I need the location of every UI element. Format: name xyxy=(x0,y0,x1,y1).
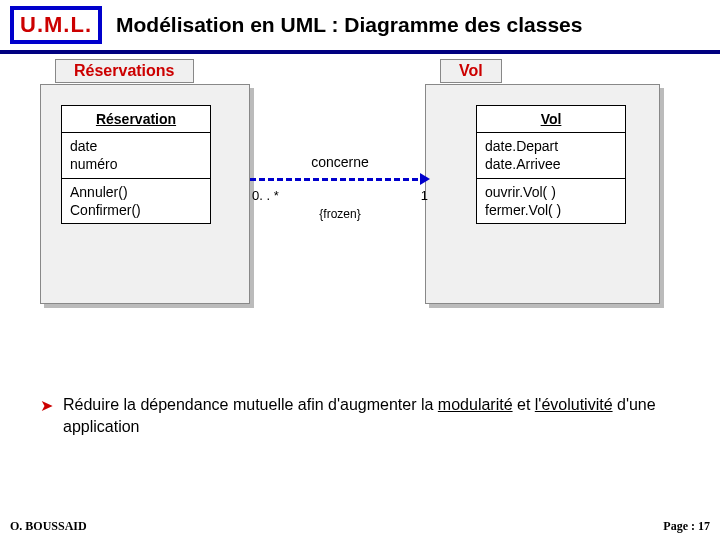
association-label: concerne xyxy=(250,154,430,170)
attr-date-depart: date.Depart xyxy=(485,137,617,155)
footer: O. BOUSSAID Page : 17 xyxy=(10,519,710,534)
package-vol: Vol Vol date.Depart date.Arrivee ouvrir.… xyxy=(425,84,660,304)
attr-date: date xyxy=(70,137,202,155)
class-vol-name: Vol xyxy=(477,106,625,132)
class-vol-attrs: date.Depart date.Arrivee xyxy=(477,132,625,177)
bullet-pre: Réduire la dépendance mutuelle afin d'au… xyxy=(63,396,438,413)
class-vol-ops: ouvrir.Vol( ) fermer.Vol( ) xyxy=(477,178,625,223)
op-fermer: fermer.Vol( ) xyxy=(485,201,617,219)
bullet-point: ➤ Réduire la dépendance mutuelle afin d'… xyxy=(0,384,720,439)
page-title: Modélisation en UML : Diagramme des clas… xyxy=(116,13,582,37)
package-vol-label: Vol xyxy=(440,59,502,83)
class-reservation-attrs: date numéro xyxy=(62,132,210,177)
mult-right: 1 xyxy=(421,188,428,203)
attr-numero: numéro xyxy=(70,155,202,173)
class-vol: Vol date.Depart date.Arrivee ouvrir.Vol(… xyxy=(476,105,626,224)
association-constraint: {frozen} xyxy=(250,207,430,221)
footer-author: O. BOUSSAID xyxy=(10,519,87,534)
bullet-text: Réduire la dépendance mutuelle afin d'au… xyxy=(63,394,680,439)
class-reservation: Réservation date numéro Annuler() Confir… xyxy=(61,105,211,224)
bullet-evolutivite: l'évolutivité xyxy=(535,396,613,413)
package-reservations-label: Réservations xyxy=(55,59,194,83)
bullet-mid: et xyxy=(513,396,535,413)
header: U.M.L. Modélisation en UML : Diagramme d… xyxy=(0,0,720,54)
bullet-marker-icon: ➤ xyxy=(40,396,53,415)
dashed-line-icon xyxy=(250,178,418,181)
op-annuler: Annuler() xyxy=(70,183,202,201)
class-reservation-name: Réservation xyxy=(62,106,210,132)
footer-page: Page : 17 xyxy=(663,519,710,534)
op-confirmer: Confirmer() xyxy=(70,201,202,219)
association-line xyxy=(250,172,430,186)
class-reservation-ops: Annuler() Confirmer() xyxy=(62,178,210,223)
arrow-head-icon xyxy=(420,173,430,185)
association-multiplicities: 0. . * 1 xyxy=(250,188,430,203)
package-reservations: Réservations Réservation date numéro Ann… xyxy=(40,84,250,304)
mult-left: 0. . * xyxy=(252,188,279,203)
association-concerne: concerne 0. . * 1 {frozen} xyxy=(250,154,430,221)
attr-date-arrivee: date.Arrivee xyxy=(485,155,617,173)
bullet-modularite: modularité xyxy=(438,396,513,413)
uml-diagram: Réservations Réservation date numéro Ann… xyxy=(0,54,720,384)
op-ouvrir: ouvrir.Vol( ) xyxy=(485,183,617,201)
logo: U.M.L. xyxy=(10,6,102,44)
